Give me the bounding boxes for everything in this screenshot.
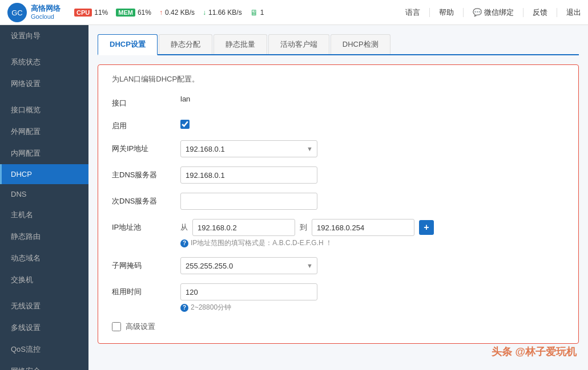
sidebar-item-switch[interactable]: 交换机 — [0, 269, 88, 291]
subnet-mask-select[interactable]: 255.255.255.0 — [180, 257, 317, 274]
topbar-divider4 — [557, 8, 557, 17]
sidebar-item-qos[interactable]: QoS流控 — [0, 339, 88, 360]
gateway-select[interactable]: 192.168.0.1 — [180, 140, 317, 157]
secondary-dns-input[interactable] — [180, 193, 317, 210]
enable-checkbox[interactable] — [180, 120, 190, 129]
cpu-stat: CPU 11% — [74, 9, 108, 17]
tabs-bar: DHCP设置 静态分配 静态批量 活动客户端 DHCP检测 — [98, 34, 579, 55]
sidebar-item-hostname[interactable]: 主机名 — [0, 204, 88, 226]
tab-dhcp-detect[interactable]: DHCP检测 — [331, 34, 390, 54]
upload-arrow-icon: ↑ — [159, 9, 163, 17]
topbar-right: 语言 帮助 💬 微信绑定 反馈 退出 — [405, 7, 581, 18]
advanced-checkbox[interactable] — [112, 322, 121, 331]
download-stat: ↓ 11.66 KB/s — [203, 9, 242, 17]
lease-row: 租用时间 ? 2~28800分钟 — [112, 283, 565, 312]
interface-value: lan — [180, 91, 190, 103]
logo-en: Gocloud — [31, 13, 61, 21]
tab-active-clients[interactable]: 活动客户端 — [268, 34, 329, 54]
wechat-icon: 💬 — [473, 8, 482, 17]
lease-hint: ? 2~28800分钟 — [180, 303, 565, 312]
subnet-mask-row: 子网掩码 255.255.255.0 ▼ — [112, 257, 565, 274]
svg-text:GC: GC — [11, 9, 23, 17]
mem-label: MEM — [116, 9, 135, 17]
logo-cn: 高恪网络 — [31, 4, 61, 13]
sidebar-item-setup-wizard[interactable]: 设置向导 — [0, 25, 88, 47]
wechat-label: 微信绑定 — [484, 7, 514, 18]
sidebar: 设置向导 系统状态 网络设置 接口概览 外网配置 内网配置 DHCP DNS 主… — [0, 25, 88, 370]
help-button[interactable]: 帮助 — [439, 7, 454, 18]
upload-stat: ↑ 0.42 KB/s — [159, 9, 195, 17]
main-layout: 设置向导 系统状态 网络设置 接口概览 外网配置 内网配置 DHCP DNS 主… — [0, 25, 588, 370]
advanced-row: 高级设置 — [112, 322, 565, 332]
status-bar: CPU 11% MEM 61% ↑ 0.42 KB/s ↓ 11.66 KB/s… — [74, 8, 401, 17]
language-button[interactable]: 语言 — [405, 7, 420, 18]
feedback-button[interactable]: 反馈 — [533, 7, 547, 18]
wechat-button[interactable]: 💬 微信绑定 — [473, 7, 514, 18]
interface-control: lan — [180, 95, 565, 103]
sidebar-item-lan-config[interactable]: 内网配置 — [0, 143, 88, 164]
tab-dhcp-settings[interactable]: DHCP设置 — [98, 34, 158, 55]
ip-pool-hint-text: IP地址范围的填写格式是：A.B.C.D-E.F.G.H ！ — [191, 238, 332, 248]
lease-label: 租用时间 — [112, 283, 180, 297]
ip-from-input[interactable] — [192, 219, 295, 236]
enable-row: 启用 — [112, 117, 565, 131]
advanced-label: 高级设置 — [126, 322, 155, 332]
add-ip-pool-button[interactable]: + — [419, 220, 434, 235]
ip-to-input[interactable] — [312, 219, 414, 236]
topbar-divider3 — [523, 8, 523, 17]
interface-row: 接口 lan — [112, 95, 565, 108]
sidebar-item-dhcp[interactable]: DHCP — [0, 164, 88, 184]
download-value: 11.66 KB/s — [208, 9, 242, 17]
primary-dns-input[interactable] — [180, 166, 317, 184]
ip-pool-label: IP地址池 — [112, 219, 180, 233]
ip-from-label: 从 — [180, 222, 188, 233]
sidebar-item-multiline[interactable]: 多线设置 — [0, 317, 88, 339]
lease-control: ? 2~28800分钟 — [180, 283, 565, 312]
sidebar-item-static-routes[interactable]: 静态路由 — [0, 226, 88, 247]
ip-pool-inputs: 从 到 + — [180, 219, 565, 236]
topbar-divider2 — [463, 8, 464, 17]
gateway-label: 网关IP地址 — [112, 140, 180, 154]
sidebar-item-dynamic-dns[interactable]: 动态域名 — [0, 247, 88, 269]
logo-area: GC 高恪网络 Gocloud — [7, 2, 61, 23]
primary-dns-label: 主DNS服务器 — [112, 166, 180, 180]
lease-hint-icon: ? — [180, 304, 188, 312]
secondary-dns-control — [180, 193, 565, 210]
dhcp-form-panel: 为LAN口编辑DHCP配置。 接口 lan 启用 网关IP地址 — [98, 64, 579, 344]
connections-value: 1 — [260, 9, 264, 17]
ip-pool-row: IP地址池 从 到 + ? IP地址范围的填写格式是：A.B.C.D-E.F.G… — [112, 219, 565, 248]
tab-static-batch[interactable]: 静态批量 — [214, 34, 267, 54]
sidebar-item-network-security[interactable]: 网络安全 — [0, 360, 88, 370]
connections-stat: 🖥 1 — [250, 8, 264, 17]
sidebar-item-wan-config[interactable]: 外网配置 — [0, 121, 88, 143]
lease-input[interactable] — [180, 283, 317, 300]
mem-value: 61% — [138, 9, 151, 17]
sidebar-item-network-settings[interactable]: 网络设置 — [0, 73, 88, 95]
enable-control — [180, 117, 565, 129]
sidebar-item-wireless[interactable]: 无线设置 — [0, 295, 88, 317]
subnet-mask-select-wrapper: 255.255.255.0 ▼ — [180, 257, 317, 274]
gateway-control: 192.168.0.1 ▼ — [180, 140, 565, 157]
ip-pool-control: 从 到 + ? IP地址范围的填写格式是：A.B.C.D-E.F.G.H ！ — [180, 219, 565, 248]
network-icon: 🖥 — [250, 8, 258, 17]
sidebar-item-system-status[interactable]: 系统状态 — [0, 51, 88, 73]
upload-value: 0.42 KB/s — [165, 9, 195, 17]
logout-button[interactable]: 退出 — [566, 7, 581, 18]
subnet-mask-control: 255.255.255.0 ▼ — [180, 257, 565, 274]
lease-hint-text: 2~28800分钟 — [191, 303, 231, 312]
content-area: DHCP设置 静态分配 静态批量 活动客户端 DHCP检测 为LAN口编辑DHC… — [88, 25, 588, 370]
topbar-divider1 — [429, 8, 430, 17]
tab-static-allocation[interactable]: 静态分配 — [159, 34, 212, 54]
enable-label: 启用 — [112, 117, 180, 131]
subnet-mask-label: 子网掩码 — [112, 257, 180, 271]
interface-label: 接口 — [112, 95, 180, 108]
download-arrow-icon: ↓ — [203, 9, 206, 17]
sidebar-item-interface-overview[interactable]: 接口概览 — [0, 99, 88, 121]
sidebar-item-dns[interactable]: DNS — [0, 184, 88, 204]
mem-stat: MEM 61% — [116, 9, 151, 17]
gateway-row: 网关IP地址 192.168.0.1 ▼ — [112, 140, 565, 157]
logo-icon: GC — [7, 2, 27, 23]
logo-text: 高恪网络 Gocloud — [31, 4, 61, 21]
panel-description: 为LAN口编辑DHCP配置。 — [112, 74, 565, 84]
primary-dns-control — [180, 166, 565, 184]
